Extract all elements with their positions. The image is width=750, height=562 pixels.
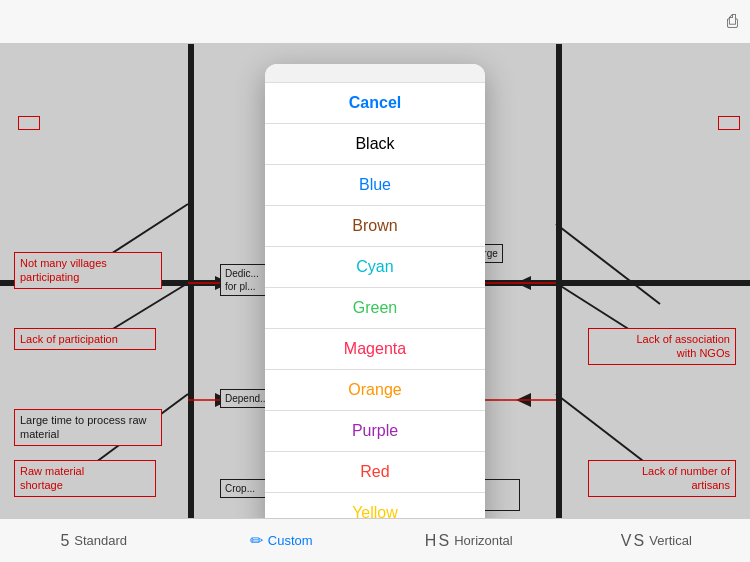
toolbar-item-horizontal[interactable]: H SHorizontal [375, 532, 563, 550]
color-picker-header [265, 64, 485, 82]
color-option-purple[interactable]: Purple [265, 410, 485, 451]
toolbar-label-standard: Standard [74, 533, 127, 548]
color-option-orange[interactable]: Orange [265, 369, 485, 410]
color-option-cancel[interactable]: Cancel [265, 82, 485, 123]
toolbar-label-vertical: Vertical [649, 533, 692, 548]
toolbar-item-standard[interactable]: 5Standard [0, 532, 188, 550]
color-option-black[interactable]: Black [265, 123, 485, 164]
color-options-list: CancelBlackBlueBrownCyanGreenMagentaOran… [265, 82, 485, 533]
color-option-brown[interactable]: Brown [265, 205, 485, 246]
toolbar-label-horizontal: Horizontal [454, 533, 513, 548]
color-option-magenta[interactable]: Magenta [265, 328, 485, 369]
toolbar-item-custom[interactable]: ✏Custom [188, 531, 376, 550]
color-option-green[interactable]: Green [265, 287, 485, 328]
standard-icon: 5 [60, 532, 69, 550]
nav-bar: ⎙ [0, 0, 750, 44]
custom-icon: ✏ [250, 531, 263, 550]
toolbar-item-vertical[interactable]: V SVertical [563, 532, 751, 550]
horizontal-icon: H S [425, 532, 449, 550]
color-option-cyan[interactable]: Cyan [265, 246, 485, 287]
bottom-toolbar: 5Standard✏CustomH SHorizontalV SVertical [0, 518, 750, 562]
color-picker-overlay: CancelBlackBlueBrownCyanGreenMagentaOran… [0, 44, 750, 518]
color-option-blue[interactable]: Blue [265, 164, 485, 205]
color-picker-modal: CancelBlackBlueBrownCyanGreenMagentaOran… [265, 64, 485, 533]
toolbar-label-custom: Custom [268, 533, 313, 548]
vertical-icon: V S [621, 532, 645, 550]
share-button[interactable]: ⎙ [727, 11, 738, 32]
color-option-red[interactable]: Red [265, 451, 485, 492]
